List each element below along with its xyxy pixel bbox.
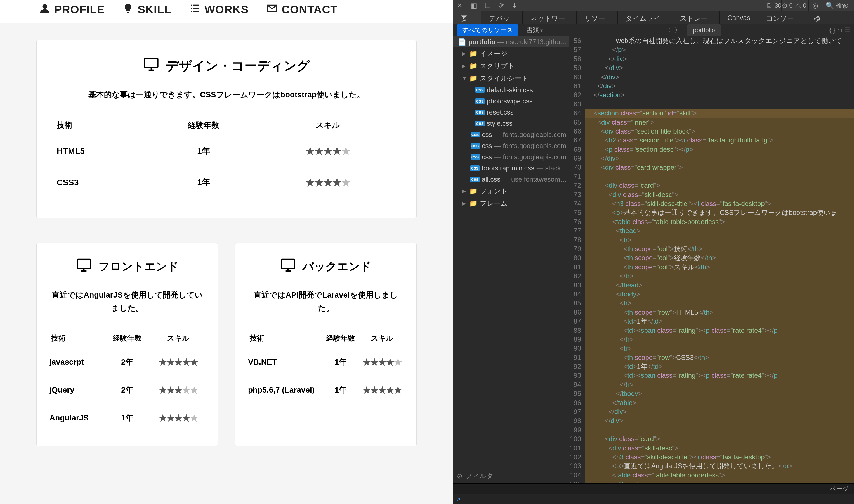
reload-icon[interactable]: ⟳ <box>494 0 508 11</box>
file-tab[interactable]: portfolio <box>687 24 720 36</box>
sidebar-toggle-icon[interactable] <box>649 25 659 35</box>
code-line[interactable]: 68 <p class="section-desc"></p> <box>569 145 854 154</box>
code-line[interactable]: 85 <tr> <box>569 299 854 308</box>
code-line[interactable]: 57 </p> <box>569 45 854 54</box>
code-line[interactable]: 93 <td><span class="rating"><p class="ra… <box>569 371 854 380</box>
code-line[interactable]: 79 <th scope="col">技術</th> <box>569 245 854 253</box>
code-line[interactable]: 84 <tbody> <box>569 290 854 299</box>
devtools-tab-2[interactable]: ネットワーク <box>523 11 577 24</box>
devtools-tab-3[interactable]: リソース <box>577 11 618 24</box>
nav-back-icon[interactable]: 〈 <box>664 26 671 35</box>
code-line[interactable]: 101 <div class="skill-desc"> <box>569 444 854 453</box>
code-line[interactable]: 69 </div> <box>569 154 854 163</box>
code-line[interactable]: 73 <div class="skill-desc"> <box>569 190 854 199</box>
source-code[interactable]: 56 web系の自社開発に入社し、現在はフルスタックエンジニアとして働いて57 … <box>569 36 854 483</box>
nav-item-contact[interactable]: CONTACT <box>266 3 337 17</box>
devtools-tab-7[interactable]: コンソール <box>759 11 806 24</box>
code-line[interactable]: 62 </section> <box>569 91 854 100</box>
download-icon[interactable]: ⬇ <box>508 0 521 11</box>
search-field[interactable]: 🔍検索 <box>822 0 854 11</box>
code-line[interactable]: 91 <th scope="row">CSS3</th> <box>569 353 854 362</box>
code-line[interactable]: 103 <p>直近ではAngularJSを使用して開発していました。</p> <box>569 462 854 470</box>
nav-item-works[interactable]: WORKS <box>189 3 249 17</box>
code-line[interactable]: 99 <box>569 426 854 434</box>
code-line[interactable]: 76 <table class="table table-borderless"… <box>569 217 854 226</box>
code-line[interactable]: 98 </div> <box>569 416 854 425</box>
code-line[interactable]: 67 <h2 class="section-title"><i class="f… <box>569 136 854 145</box>
tree-folder[interactable]: ▶📁 フレーム <box>453 197 569 210</box>
code-line[interactable]: 66 <div class="section-title-block"> <box>569 127 854 136</box>
tree-file[interactable]: css reset.css <box>453 107 569 118</box>
tree-file[interactable]: css default-skin.css <box>453 84 569 95</box>
code-line[interactable]: 70 <div class="card-wrapper"> <box>569 163 854 172</box>
code-line[interactable]: 87 <td>1年</td> <box>569 317 854 326</box>
wrap-icon[interactable]: ☰ <box>844 26 850 34</box>
breadcrumb[interactable]: 書類 <box>526 26 543 34</box>
dock-left-icon[interactable]: ◧ <box>468 0 481 11</box>
code-line[interactable]: 86 <th scope="row">HTML5</th> <box>569 308 854 317</box>
code-line[interactable]: 58 </div> <box>569 54 854 64</box>
code-line[interactable]: 92 <td>1年</td> <box>569 362 854 371</box>
tree-file[interactable]: css css — fonts.googleapis.com <box>453 129 569 140</box>
devtools-tab-4[interactable]: タイムライン <box>618 11 672 24</box>
code-line[interactable]: 89 </tr> <box>569 335 854 344</box>
tree-file[interactable]: css all.css — use.fontawesom… <box>453 174 569 185</box>
code-line[interactable]: 71 <box>569 172 854 181</box>
code-line[interactable]: 59 </div> <box>569 64 854 72</box>
code-line[interactable]: 83 </thead> <box>569 281 854 290</box>
code-line[interactable]: 97 </div> <box>569 407 854 416</box>
devtools-tab-5[interactable]: ストレージ <box>672 11 719 24</box>
tree-file[interactable]: css css — fonts.googleapis.com <box>453 140 569 151</box>
tree-folder[interactable]: ▼📁 スタイルシート <box>453 72 569 84</box>
code-line[interactable]: 90 <tr> <box>569 344 854 353</box>
tree-folder[interactable]: ▶📁 フォント <box>453 185 569 197</box>
code-line[interactable]: 95 </tbody> <box>569 389 854 398</box>
nav-item-skill[interactable]: SKILL <box>122 3 171 17</box>
inspect-icon[interactable]: ◎ <box>808 0 822 11</box>
tree-filter[interactable]: ⊙フィルタ <box>453 469 569 483</box>
tree-folder[interactable]: ▶📁 スクリプト <box>453 60 569 72</box>
document-icon[interactable]: 🗎30 <box>768 0 782 11</box>
code-line[interactable]: 81 <th scope="col">スキル</th> <box>569 263 854 272</box>
code-line[interactable]: 82 </tr> <box>569 272 854 281</box>
code-line[interactable]: 104 <table class="table table-borderless… <box>569 471 854 480</box>
code-line[interactable]: 105 <thead> <box>569 480 854 483</box>
devtools-tab-0[interactable]: 要素 <box>453 11 481 24</box>
dock-bottom-icon[interactable]: ☐ <box>481 0 494 11</box>
code-line[interactable]: 72 <div class="card"> <box>569 181 854 190</box>
braces-icon[interactable]: { } <box>830 26 835 34</box>
code-line[interactable]: 61 </div> <box>569 82 854 91</box>
format-icon[interactable]: ⎙ <box>838 26 842 34</box>
code-line[interactable]: 63 <box>569 100 854 109</box>
code-line[interactable]: 60 </div> <box>569 73 854 82</box>
tree-root[interactable]: 📄 portfolio — nsuzuki7713.githu… <box>453 36 569 48</box>
warnings-icon[interactable]: ⚠0 <box>795 0 808 11</box>
nav-forward-icon[interactable]: 〉 <box>675 26 681 35</box>
code-line[interactable]: 102 <h3 class="skill-desc-title"><i clas… <box>569 453 854 462</box>
code-line[interactable]: 77 <thead> <box>569 226 854 235</box>
code-line[interactable]: 80 <th scope="col">経験年数</th> <box>569 253 854 262</box>
code-line[interactable]: 74 <h3 class="skill-desc-title"><i class… <box>569 199 854 208</box>
console-bar[interactable]: > <box>453 494 854 504</box>
code-line[interactable]: 94 </tr> <box>569 380 854 389</box>
tree-folder[interactable]: ▶📁 イメージ <box>453 48 569 60</box>
code-line[interactable]: 100 <div class="card"> <box>569 434 854 443</box>
errors-icon[interactable]: ⊘0 <box>782 0 795 11</box>
tree-file[interactable]: css style.css <box>453 118 569 129</box>
code-line[interactable]: 78 <tr> <box>569 235 854 245</box>
devtools-tab-6[interactable]: Canvas <box>720 11 759 24</box>
code-line[interactable]: 88 <td><span class="rating"><p class="ra… <box>569 326 854 335</box>
add-tab-button[interactable]: + <box>834 11 854 24</box>
resource-filter-pill[interactable]: すべてのリソース <box>457 24 518 36</box>
code-line[interactable]: 75 <p>基本的な事は一通りできます。CSSフレームワークはbootstrap… <box>569 208 854 217</box>
code-line[interactable]: 65 <div class="inner"> <box>569 118 854 127</box>
close-icon[interactable]: ✕ <box>453 0 467 11</box>
nav-item-profile[interactable]: PROFILE <box>39 3 105 17</box>
code-line[interactable]: 64 <section class="section" id="skill"> <box>569 109 854 118</box>
devtools-tab-8[interactable]: 検索 <box>806 11 834 24</box>
code-line[interactable]: 96 </table> <box>569 398 854 407</box>
devtools-tab-1[interactable]: デバッガ <box>481 11 523 24</box>
tree-file[interactable]: css photoswipe.css <box>453 95 569 107</box>
code-line[interactable]: 56 web系の自社開発に入社し、現在はフルスタックエンジニアとして働いて <box>569 36 854 45</box>
tree-file[interactable]: css bootstrap.min.css — stack… <box>453 163 569 174</box>
